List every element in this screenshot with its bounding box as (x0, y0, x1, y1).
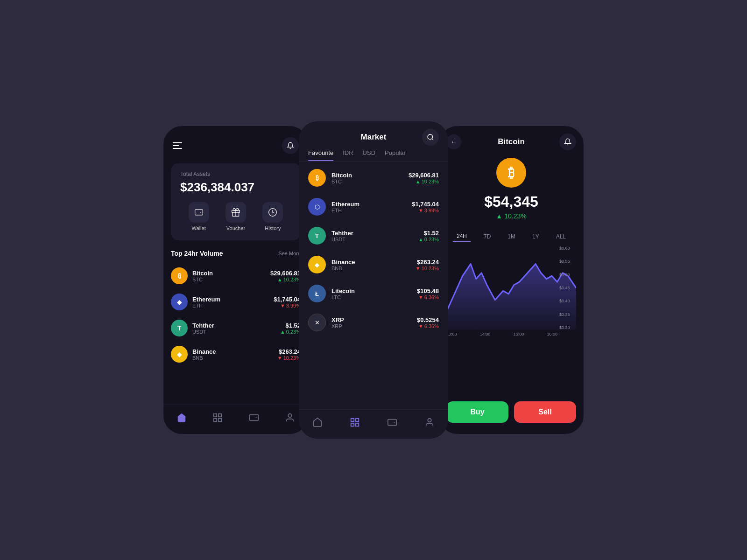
voucher-label: Voucher (226, 225, 245, 231)
svg-point-14 (428, 419, 431, 422)
phone-right: ← Bitcoin ₿ $54,345 ▲ 10.23% 24H 7D 1M 1… (439, 126, 584, 434)
hamburger-icon[interactable] (173, 142, 182, 149)
history-icon (262, 202, 283, 223)
svg-rect-9 (351, 419, 354, 421)
tab-favourite[interactable]: Favourite (308, 149, 333, 161)
svg-rect-0 (195, 210, 203, 215)
tab-popular[interactable]: Popular (385, 149, 406, 161)
see-more-button[interactable]: See More (278, 251, 301, 256)
wallet-action[interactable]: Wallet (189, 202, 209, 231)
bnb-market-icon: ◆ (308, 256, 326, 273)
section-header: Top 24hr Volume See More (163, 248, 308, 263)
tab-7d[interactable]: 7D (480, 231, 494, 242)
list-item[interactable]: Ł Litecoin LTC $105.48 ▼ 6.36% (299, 279, 448, 308)
market-tabs: Favourite IDR USD Popular (299, 142, 448, 161)
xrp-market-icon: ✕ (308, 314, 326, 331)
bell-button-left[interactable] (282, 137, 299, 154)
left-coin-list: ₿ Bitcoin BTC $29,606.81 ▲ 10.23% ◆ Ethe… (163, 263, 308, 367)
bnb-icon: ◆ (171, 346, 188, 363)
svg-rect-12 (356, 423, 359, 426)
nav-item-profile-center[interactable] (421, 415, 438, 429)
svg-rect-4 (214, 419, 217, 421)
svg-rect-2 (214, 414, 217, 417)
btc-logo-icon: ₿ (496, 158, 526, 188)
voucher-action[interactable]: Voucher (226, 202, 246, 231)
coin-price-btc: $29,606.81 ▲ 10.23% (270, 270, 301, 282)
center-bottom-nav (299, 409, 448, 439)
chart-x-labels: 13:00 14:00 15:00 16:00 (446, 330, 576, 336)
total-assets-card: Total Assets $236,384.037 Wallet (171, 163, 301, 240)
total-assets-label: Total Assets (180, 171, 291, 177)
bitcoin-title: Bitcoin (498, 137, 525, 147)
back-button[interactable]: ← (446, 134, 461, 149)
phone-center: Market Favourite IDR USD Popular ₿ Bitco… (299, 121, 448, 439)
total-assets-amount: $236,384.037 (180, 180, 291, 195)
voucher-icon (226, 202, 246, 223)
history-label: History (265, 225, 281, 231)
table-row[interactable]: ₿ Bitcoin BTC $29,606.81 ▲ 10.23% (163, 263, 308, 289)
section-title: Top 24hr Volume (171, 250, 223, 257)
sell-button[interactable]: Sell (514, 401, 576, 423)
btc-market-icon: ₿ (308, 169, 326, 187)
tab-1y[interactable]: 1Y (529, 231, 543, 242)
nav-item-wallet-center[interactable] (383, 415, 401, 429)
svg-rect-13 (388, 420, 396, 426)
eth-icon: ◆ (171, 294, 188, 310)
chart-svg (446, 246, 576, 330)
nav-item-home-center[interactable] (309, 415, 326, 429)
nav-item-chart-center[interactable] (346, 415, 364, 429)
chart-y-labels: $0.60 $0.55 $0.50 $0.45 $0.40 $0.35 $0.3… (557, 246, 576, 330)
quick-actions: Wallet Voucher (180, 202, 291, 231)
nav-item-profile-left[interactable] (281, 411, 299, 425)
svg-rect-5 (218, 419, 221, 421)
btc-hero: ₿ $54,345 ▲ 10.23% (439, 152, 584, 227)
svg-rect-10 (356, 419, 359, 421)
nav-item-home-left[interactable] (173, 411, 190, 425)
svg-rect-6 (250, 415, 258, 421)
eth-market-icon: ⬡ (308, 198, 326, 216)
nav-item-wallet-left[interactable] (245, 411, 263, 425)
coin-info-btc: Bitcoin BTC (192, 270, 266, 282)
center-header: Market (299, 121, 448, 142)
list-item[interactable]: T Tehther USDT $1.52 ▲ 0.23% (299, 221, 448, 250)
price-chart: $0.60 $0.55 $0.50 $0.45 $0.40 $0.35 $0.3… (446, 246, 576, 349)
market-title: Market (361, 133, 387, 142)
list-item[interactable]: ₿ Bitcoin BTC $29,606.81 ▲ 10.23% (299, 163, 448, 192)
list-item[interactable]: ✕ XRP XRP $0.5254 ▼ 6.36% (299, 308, 448, 337)
list-item[interactable]: ◆ Binance BNB $263.24 ▼ 10.23% (299, 250, 448, 279)
svg-rect-3 (218, 414, 221, 417)
table-row[interactable]: T Tehther USDT $1.52 ▲ 0.23% (163, 315, 308, 341)
tab-24h[interactable]: 24H (453, 231, 471, 242)
svg-rect-11 (351, 423, 354, 426)
ltc-market-icon: Ł (308, 285, 326, 302)
bell-button-right[interactable] (559, 133, 576, 150)
wallet-label: Wallet (192, 225, 206, 231)
wallet-icon (189, 202, 209, 223)
svg-point-8 (428, 134, 433, 140)
table-row[interactable]: ◆ Ethereum ETH $1,745.04 ▼ 3.99% (163, 289, 308, 315)
tab-1m[interactable]: 1M (504, 231, 519, 242)
tab-usd[interactable]: USD (363, 149, 375, 161)
tab-idr[interactable]: IDR (343, 149, 353, 161)
btc-change-badge: ▲ 10.23% (496, 212, 526, 220)
phone-left: Total Assets $236,384.037 Wallet (163, 126, 308, 434)
btc-price: $54,345 (484, 193, 538, 210)
right-header: ← Bitcoin (439, 126, 584, 152)
tab-all[interactable]: ALL (552, 231, 570, 242)
svg-point-7 (289, 414, 292, 417)
left-header (163, 126, 308, 160)
buy-sell-section: Buy Sell (439, 396, 584, 434)
nav-item-chart-left[interactable] (209, 411, 226, 425)
search-button[interactable] (422, 129, 439, 146)
left-bottom-nav (163, 405, 308, 434)
phones-container: Total Assets $236,384.037 Wallet (163, 121, 584, 439)
list-item[interactable]: ⬡ Ethereum ETH $1,745.04 ▼ 3.99% (299, 192, 448, 221)
table-row[interactable]: ◆ Binance BNB $263.24 ▼ 10.23% (163, 341, 308, 367)
btc-icon: ₿ (171, 267, 188, 284)
time-tabs: 24H 7D 1M 1Y ALL (439, 227, 584, 246)
history-action[interactable]: History (262, 202, 283, 231)
usdt-icon: T (171, 320, 188, 336)
market-list: ₿ Bitcoin BTC $29,606.81 ▲ 10.23% ⬡ Ethe… (299, 161, 448, 339)
buy-button[interactable]: Buy (446, 401, 508, 423)
btc-change-value: 10.23% (504, 212, 526, 220)
